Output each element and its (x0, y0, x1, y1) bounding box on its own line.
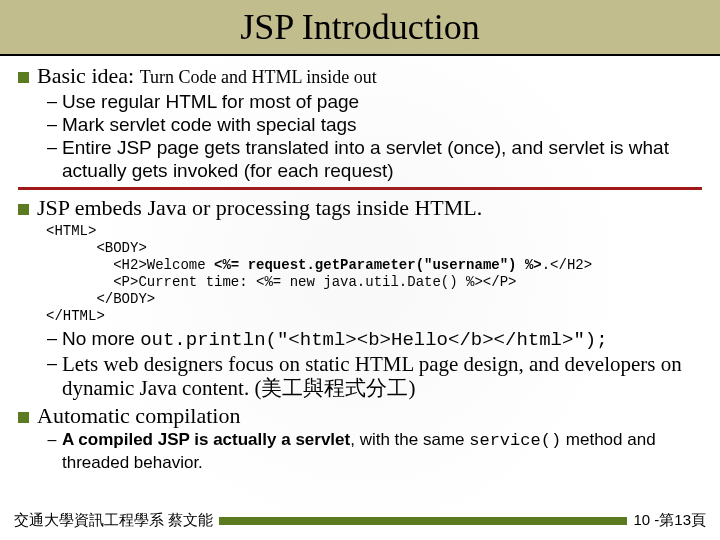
title-band: JSP Introduction (0, 0, 720, 54)
footer-left: 交通大學資訊工程學系 蔡文能 (14, 511, 213, 530)
dash-text: Lets web designers focus on static HTML … (62, 352, 702, 400)
square-bullet-icon (18, 412, 29, 423)
code-inline: service() (469, 431, 561, 450)
dash-text: A compiled JSP is actually a servlet, wi… (62, 429, 702, 474)
dash-text: Use regular HTML for most of page (62, 90, 359, 113)
code-line: </HTML> (46, 308, 105, 324)
dash-item: – No more out.println("<html><b>Hello</b… (46, 327, 702, 352)
dash-icon: – (46, 90, 58, 112)
dash-icon: – (46, 113, 58, 135)
code-line: <BODY> (46, 240, 147, 256)
red-separator (18, 187, 702, 190)
square-bullet-icon (18, 72, 29, 83)
dash-text: Mark servlet code with special tags (62, 113, 357, 136)
dash-item: – A compiled JSP is actually a servlet, … (46, 429, 702, 474)
content-area: Basic idea: Turn Code and HTML inside ou… (0, 56, 720, 474)
bullet-text: Automatic compilation (37, 403, 240, 429)
code-inline: out.println("<html><b>Hello</b></html>")… (140, 329, 607, 351)
lead-text: Basic idea: (37, 63, 140, 88)
dash-text: Entire JSP page gets translated into a s… (62, 136, 702, 182)
bullet-jsp-embeds: JSP embeds Java or processing tags insid… (18, 195, 702, 221)
dash-text: No more out.println("<html><b>Hello</b><… (62, 327, 608, 352)
bullet-text: Basic idea: Turn Code and HTML inside ou… (37, 63, 377, 90)
bullet-basic-idea: Basic idea: Turn Code and HTML inside ou… (18, 63, 702, 90)
dash-item: – Lets web designers focus on static HTM… (46, 352, 702, 400)
dash-item: – Entire JSP page gets translated into a… (46, 136, 702, 182)
dash-icon: – (46, 352, 58, 374)
bullet-text: JSP embeds Java or processing tags insid… (37, 195, 482, 221)
footer: 交通大學資訊工程學系 蔡文能 10 -第13頁 (0, 511, 720, 530)
dash-icon: – (46, 429, 58, 451)
footer-bar (219, 517, 627, 525)
bullet-auto-compilation: Automatic compilation (18, 403, 702, 429)
dash-icon: – (46, 327, 58, 349)
dash-item: – Use regular HTML for most of page (46, 90, 702, 113)
code-block: <HTML> <BODY> <H2>Welcome <%= request.ge… (46, 223, 702, 325)
footer-page: 10 -第13頁 (633, 511, 706, 530)
dash-icon: – (46, 136, 58, 158)
code-line: </BODY> (46, 291, 155, 307)
rest-text: Turn Code and HTML inside out (140, 67, 377, 87)
code-line: <HTML> (46, 223, 96, 239)
code-line: <H2>Welcome <%= request.getParameter("us… (46, 257, 592, 273)
code-line: <P>Current time: <%= new java.util.Date(… (46, 274, 516, 290)
dash-item: – Mark servlet code with special tags (46, 113, 702, 136)
slide-title: JSP Introduction (0, 6, 720, 48)
square-bullet-icon (18, 204, 29, 215)
